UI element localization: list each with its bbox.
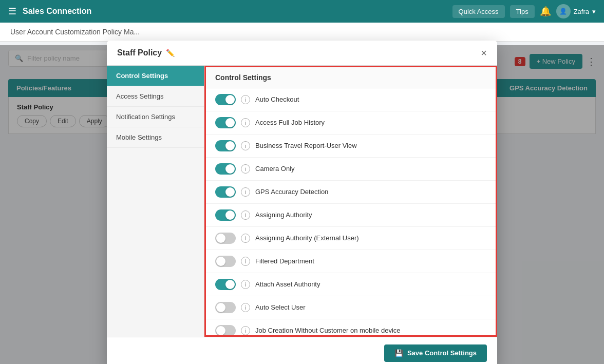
settings-list: i Auto Checkout i Access Full Job Histor… — [206, 88, 496, 335]
toggle-attach-asset[interactable] — [215, 279, 236, 290]
modal-title: Staff Policy ✏️ — [117, 48, 175, 58]
setting-label-access-full-job: Access Full Job History — [255, 119, 325, 126]
info-icon-filtered-department[interactable]: i — [241, 257, 250, 266]
sidebar-item-control-settings[interactable]: Control Settings — [107, 66, 204, 86]
info-icon-camera-only[interactable]: i — [241, 164, 250, 174]
info-icon-assigning-authority-ext[interactable]: i — [241, 234, 250, 243]
setting-label-assigning-authority-ext: Assigning Authority (External User) — [255, 234, 359, 242]
setting-assigning-authority: i Assigning Authority — [206, 204, 496, 227]
setting-label-auto-checkout: Auto Checkout — [255, 95, 299, 103]
setting-camera-only: i Camera Only — [206, 158, 496, 181]
info-icon-attach-asset[interactable]: i — [241, 280, 250, 289]
setting-assigning-authority-ext: i Assigning Authority (External User) — [206, 227, 496, 250]
setting-label-gps-accuracy: GPS Accuracy Detection — [255, 188, 328, 196]
toggle-job-creation[interactable] — [215, 325, 236, 335]
modal-title-text: Staff Policy — [117, 48, 162, 58]
bell-icon[interactable]: 🔔 — [540, 6, 551, 17]
toggle-assigning-authority-ext[interactable] — [215, 233, 236, 244]
setting-label-business-travel: Business Travel Report-User View — [255, 142, 357, 149]
setting-label-job-creation: Job Creation Without Customer on mobile … — [255, 327, 401, 334]
edit-icon[interactable]: ✏️ — [166, 49, 175, 57]
avatar: 👤 — [556, 4, 571, 18]
brand-name: Sales Connection — [23, 7, 91, 16]
setting-auto-select-user: i Auto Select User — [206, 296, 496, 319]
top-navigation: ☰ Sales Connection Quick Access Tips 🔔 👤… — [0, 0, 604, 23]
toggle-filtered-department[interactable] — [215, 256, 236, 267]
quick-access-button[interactable]: Quick Access — [452, 5, 505, 18]
setting-label-camera-only: Camera Only — [255, 165, 295, 173]
save-icon: 💾 — [394, 349, 403, 357]
setting-gps-accuracy: i GPS Accuracy Detection — [206, 181, 496, 204]
modal-overlay: Staff Policy ✏️ × Control Settings Acces… — [0, 45, 604, 364]
sidebar-item-mobile-settings[interactable]: Mobile Settings — [107, 127, 204, 148]
toggle-assigning-authority[interactable] — [215, 209, 236, 221]
nav-right: Quick Access Tips 🔔 👤 Zafra ▾ — [452, 4, 596, 18]
toggle-business-travel[interactable] — [215, 140, 236, 151]
setting-business-travel: i Business Travel Report-User View — [206, 135, 496, 158]
breadcrumb: User Account Customization Policy Ma... — [0, 23, 604, 42]
sidebar-item-notification-settings[interactable]: Notification Settings — [107, 107, 204, 127]
toggle-auto-checkout[interactable] — [215, 94, 236, 105]
staff-policy-modal: Staff Policy ✏️ × Control Settings Acces… — [107, 41, 497, 365]
setting-auto-checkout: i Auto Checkout — [206, 88, 496, 111]
save-control-settings-button[interactable]: 💾 Save Control Settings — [384, 344, 487, 362]
setting-job-creation: i Job Creation Without Customer on mobil… — [206, 319, 496, 335]
user-menu[interactable]: 👤 Zafra ▾ — [556, 4, 596, 18]
close-button[interactable]: × — [481, 48, 487, 58]
info-icon-auto-select-user[interactable]: i — [241, 303, 250, 312]
info-icon-business-travel[interactable]: i — [241, 141, 250, 150]
setting-label-auto-select-user: Auto Select User — [255, 303, 306, 311]
setting-label-assigning-authority: Assigning Authority — [255, 211, 312, 219]
info-icon-job-creation[interactable]: i — [241, 326, 250, 335]
setting-label-attach-asset: Attach Asset Authority — [255, 280, 320, 288]
setting-label-filtered-department: Filtered Department — [255, 257, 314, 265]
page-background: User Account Customization Policy Ma... … — [0, 23, 604, 364]
modal-body: Control Settings Access Settings Notific… — [107, 66, 497, 337]
info-icon-auto-checkout[interactable]: i — [241, 95, 250, 104]
modal-footer: 💾 Save Control Settings — [107, 337, 497, 365]
modal-header: Staff Policy ✏️ × — [107, 41, 497, 66]
panel-title: Control Settings — [206, 67, 496, 88]
chevron-down-icon: ▾ — [592, 8, 596, 15]
tips-button[interactable]: Tips — [510, 5, 535, 18]
save-btn-label: Save Control Settings — [407, 349, 477, 357]
toggle-access-full-job[interactable] — [215, 117, 236, 128]
info-icon-access-full-job[interactable]: i — [241, 118, 250, 127]
control-settings-panel: Control Settings i Auto Checkout — [204, 66, 497, 337]
setting-attach-asset: i Attach Asset Authority — [206, 273, 496, 296]
sidebar-item-access-settings[interactable]: Access Settings — [107, 86, 204, 107]
setting-filtered-department: i Filtered Department — [206, 250, 496, 273]
info-icon-gps-accuracy[interactable]: i — [241, 187, 250, 197]
toggle-gps-accuracy[interactable] — [215, 186, 236, 198]
modal-sidebar: Control Settings Access Settings Notific… — [107, 66, 204, 337]
user-icon: 👤 — [559, 8, 567, 15]
setting-access-full-job: i Access Full Job History — [206, 111, 496, 135]
toggle-auto-select-user[interactable] — [215, 302, 236, 313]
hamburger-icon[interactable]: ☰ — [8, 6, 16, 17]
user-name: Zafra — [574, 8, 589, 15]
info-icon-assigning-authority[interactable]: i — [241, 210, 250, 220]
nav-left: ☰ Sales Connection — [8, 6, 91, 17]
toggle-camera-only[interactable] — [215, 163, 236, 175]
